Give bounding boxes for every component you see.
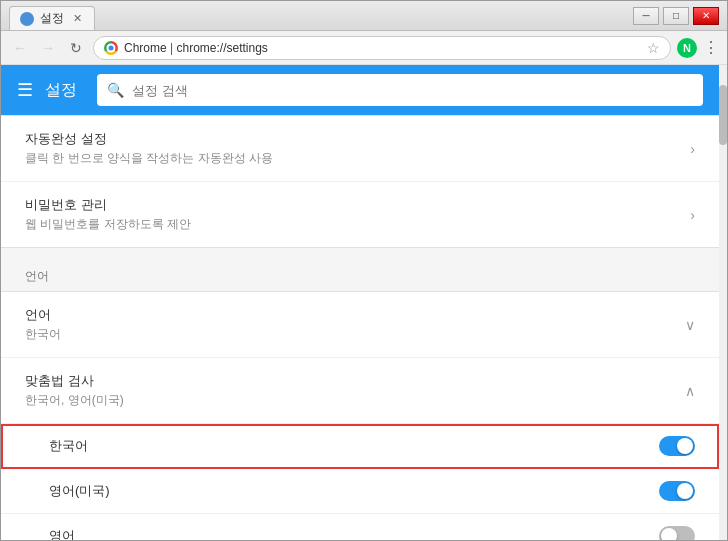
autofill-item[interactable]: 자동완성 설정 클릭 한 번으로 양식을 작성하는 자동완성 사용 ›: [1, 116, 719, 182]
url-bar[interactable]: Chrome | chrome://settings ☆: [93, 36, 671, 60]
tab-close-button[interactable]: ✕: [70, 12, 84, 26]
password-title: 비밀번호 관리: [25, 196, 191, 214]
search-input[interactable]: [132, 83, 693, 98]
language-subtitle: 한국어: [25, 326, 61, 343]
search-bar: 🔍: [97, 74, 703, 106]
scrollbar-thumb[interactable]: [719, 85, 727, 145]
back-button[interactable]: ←: [9, 37, 31, 59]
minimize-button[interactable]: ─: [633, 7, 659, 25]
tab-area: 설정 ✕: [9, 1, 633, 30]
spell-english-toggle[interactable]: [659, 526, 695, 540]
titlebar: 설정 ✕ ─ □ ✕: [1, 1, 727, 31]
naver-button[interactable]: N: [677, 38, 697, 58]
password-subtitle: 웹 비밀번호를 저장하도록 제안: [25, 216, 191, 233]
language-card: 언어 한국어 ∨ 맞춤법 검사 한국어, 영어(미국) ∧: [1, 291, 719, 540]
settings-tab[interactable]: 설정 ✕: [9, 6, 95, 30]
language-chevron: ∨: [685, 317, 695, 333]
addressbar: ← → ↻ Chrome | chrome://settings ☆ N ⋮: [1, 31, 727, 65]
password-item[interactable]: 비밀번호 관리 웹 비밀번호를 저장하도록 제안 ›: [1, 182, 719, 247]
settings-main: 자동완성 설정 클릭 한 번으로 양식을 작성하는 자동완성 사용 › 비밀번호…: [1, 115, 719, 540]
search-icon: 🔍: [107, 82, 124, 98]
chrome-menu-button[interactable]: ⋮: [703, 38, 719, 57]
settings-header: ☰ 설정 🔍: [1, 65, 719, 115]
autofill-card: 자동완성 설정 클릭 한 번으로 양식을 작성하는 자동완성 사용 › 비밀번호…: [1, 115, 719, 248]
tab-label: 설정: [40, 10, 64, 27]
language-section-label: 언어: [1, 256, 719, 291]
window-controls: ─ □ ✕: [633, 7, 719, 25]
spell-english-us-toggle[interactable]: [659, 481, 695, 501]
spellcheck-subtitle: 한국어, 영어(미국): [25, 392, 124, 409]
settings-title: 설정: [45, 80, 77, 101]
language-title: 언어: [25, 306, 61, 324]
language-text: 언어 한국어: [25, 306, 61, 343]
autofill-subtitle: 클릭 한 번으로 양식을 작성하는 자동완성 사용: [25, 150, 273, 167]
settings-content: 자동완성 설정 클릭 한 번으로 양식을 작성하는 자동완성 사용 › 비밀번호…: [1, 115, 719, 540]
language-item[interactable]: 언어 한국어 ∨: [1, 292, 719, 358]
spellcheck-chevron: ∧: [685, 383, 695, 399]
scrollbar-track: [719, 65, 727, 540]
spell-english-us-label: 영어(미국): [49, 482, 110, 500]
reload-button[interactable]: ↻: [65, 37, 87, 59]
browser-window: 설정 ✕ ─ □ ✕ ← → ↻ Chrome | chrome://setti…: [0, 0, 728, 541]
spell-korean-item: 한국어: [1, 424, 719, 469]
password-chevron: ›: [690, 207, 695, 223]
settings-body: ☰ 설정 🔍 자동완성 설정: [1, 65, 719, 540]
spellcheck-item[interactable]: 맞춤법 검사 한국어, 영어(미국) ∧: [1, 358, 719, 424]
close-button[interactable]: ✕: [693, 7, 719, 25]
chrome-icon: [104, 41, 118, 55]
tab-favicon: [20, 12, 34, 26]
spell-english-us-item: 영어(미국): [1, 469, 719, 514]
autofill-text: 자동완성 설정 클릭 한 번으로 양식을 작성하는 자동완성 사용: [25, 130, 273, 167]
password-text: 비밀번호 관리 웹 비밀번호를 저장하도록 제안: [25, 196, 191, 233]
bookmark-icon[interactable]: ☆: [647, 40, 660, 56]
spell-korean-toggle[interactable]: [659, 436, 695, 456]
spellcheck-title: 맞춤법 검사: [25, 372, 124, 390]
spellcheck-text: 맞춤법 검사 한국어, 영어(미국): [25, 372, 124, 409]
spell-english-label: 영어: [49, 527, 75, 540]
spell-english-item: 영어: [1, 514, 719, 540]
browser-content: ☰ 설정 🔍 자동완성 설정: [1, 65, 727, 540]
sidebar-toggle-button[interactable]: ☰: [17, 79, 33, 101]
forward-button[interactable]: →: [37, 37, 59, 59]
autofill-chevron: ›: [690, 141, 695, 157]
url-text: Chrome | chrome://settings: [124, 41, 268, 55]
search-input-wrap: 🔍: [97, 74, 703, 106]
autofill-title: 자동완성 설정: [25, 130, 273, 148]
maximize-button[interactable]: □: [663, 7, 689, 25]
spell-korean-label: 한국어: [49, 437, 88, 455]
